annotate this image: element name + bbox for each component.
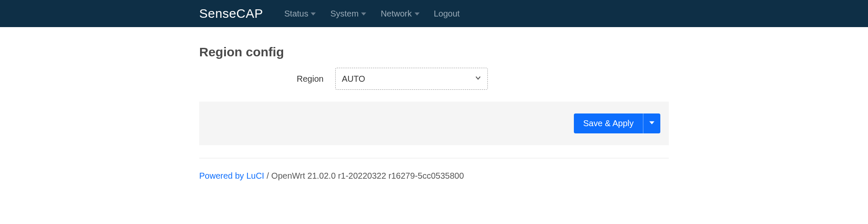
nav-logout-label: Logout xyxy=(434,9,460,19)
region-form-row: Region AUTO xyxy=(199,68,669,90)
footer-separator: / xyxy=(264,171,271,180)
caret-down-icon xyxy=(415,9,420,19)
footer: Powered by LuCI / OpenWrt 21.02.0 r1-202… xyxy=(199,171,669,198)
nav-system-label: System xyxy=(330,9,359,19)
caret-down-icon xyxy=(311,9,316,19)
footer-link[interactable]: Powered by LuCI xyxy=(199,171,264,180)
footer-divider xyxy=(199,158,669,158)
page-title: Region config xyxy=(199,45,669,59)
nav-logout[interactable]: Logout xyxy=(434,9,460,19)
region-label: Region xyxy=(297,74,323,84)
nav-status-label: Status xyxy=(284,9,309,19)
nav-network-label: Network xyxy=(381,9,412,19)
brand-logo: SenseCAP xyxy=(199,6,263,21)
footer-version: OpenWrt 21.02.0 r1-20220322 r16279-5cc05… xyxy=(271,171,464,180)
navbar-inner: SenseCAP Status System Network Logout xyxy=(95,6,773,21)
region-select-wrapper: AUTO xyxy=(335,68,488,90)
nav-status[interactable]: Status xyxy=(284,9,316,19)
region-select[interactable]: AUTO xyxy=(335,68,488,90)
navbar: SenseCAP Status System Network Logout xyxy=(0,0,868,27)
actions-bar: Save & Apply xyxy=(199,102,669,145)
caret-down-icon xyxy=(649,120,654,127)
nav-network[interactable]: Network xyxy=(381,9,419,19)
svg-marker-0 xyxy=(311,12,316,15)
svg-marker-1 xyxy=(361,12,366,15)
nav-system[interactable]: System xyxy=(330,9,366,19)
main-content: Region config Region AUTO Save & Apply P… xyxy=(95,45,773,198)
save-apply-button[interactable]: Save & Apply xyxy=(574,113,643,133)
save-apply-dropdown-button[interactable] xyxy=(643,113,660,133)
svg-marker-3 xyxy=(649,121,654,124)
svg-marker-2 xyxy=(415,12,420,15)
caret-down-icon xyxy=(361,9,366,19)
save-apply-group: Save & Apply xyxy=(574,113,660,133)
